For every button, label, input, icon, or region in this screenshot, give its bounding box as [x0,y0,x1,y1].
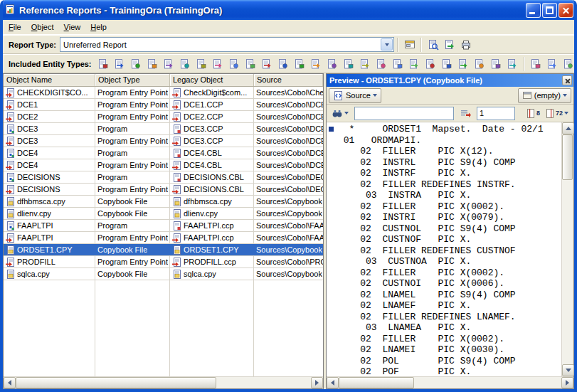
source-view-button[interactable]: Source [329,88,381,103]
entity-type-11-button[interactable] [259,56,275,72]
cell: Program Entry Point [95,111,170,122]
table-row[interactable]: FAAPLTPIProgram Entry Point FAAPLTPI.ccp… [4,232,323,244]
column-8-button[interactable]: 8 [524,106,543,121]
cell: DCE3 [4,123,95,134]
minimize-button[interactable] [526,3,541,18]
table-row[interactable]: DECISIONSProgram DECISIONS.CBLSources\Co… [4,171,323,184]
entity-type-18-button[interactable] [374,56,390,72]
entity-type-01-button[interactable] [95,56,112,72]
entity-type-19-button[interactable] [390,56,406,72]
column-header-object-name[interactable]: Object Name [4,74,95,86]
table-row[interactable]: PRODFILLProgram Entry Point PRODFILL.ccp… [4,256,323,268]
column-header-source[interactable]: Source [254,74,323,86]
entity-type-25-button[interactable] [488,56,504,72]
entity-type-29-button[interactable] [561,56,577,72]
entity-type-12-button[interactable] [275,56,292,72]
entity-type-22-button[interactable] [439,56,455,72]
column-header-legacy-object[interactable]: Legacy Object [170,74,254,86]
maximize-button[interactable] [542,3,557,18]
object-list-pane: Object NameObject TypeLegacy ObjectSourc… [3,73,324,389]
column-header-object-type[interactable]: Object Type [95,74,170,86]
scroll-left-button[interactable] [4,377,16,388]
entity-type-20-button[interactable] [406,56,423,72]
table-row[interactable]: sqlca.cpyCopybook File sqlca.cpySources\… [4,268,323,280]
menu-object[interactable]: Object [26,21,59,33]
line-number-input[interactable] [477,107,515,120]
entity-type-13-button[interactable] [292,56,308,72]
source-code-viewer[interactable]: * ORDSET1 Mapset. Date - 02/1 01 ORDMAP1… [327,122,573,376]
cell: Sources\Cobol\DCE [254,147,323,159]
report-type-combo-arrow[interactable] [381,38,393,51]
entity-type-24-button[interactable] [472,56,488,72]
chevron-down-icon [563,94,567,97]
scroll-track[interactable] [562,134,573,364]
entity-type-21-button[interactable] [423,56,439,72]
scroll-track[interactable] [339,377,561,388]
entity-type-03-button[interactable] [128,56,144,72]
entity-type-14-button[interactable] [308,56,324,72]
find-button[interactable] [329,106,351,121]
table-row[interactable]: DCE2Program Entry Point DCE2.CCPSources\… [4,111,323,123]
save-report-button[interactable] [441,37,457,53]
print-report-button[interactable] [457,37,474,53]
scroll-down-button[interactable] [562,364,574,376]
entity-type-07-button[interactable] [194,56,210,72]
entity-type-26-button[interactable] [504,56,521,72]
entity-type-23-button[interactable] [455,56,472,72]
scroll-right-button[interactable] [561,377,573,388]
table-row[interactable]: DCE4Program Entry Point DCE4.CBLSources\… [4,159,323,171]
report-type-combo[interactable]: Unreferred Report [60,37,394,52]
preview-close-icon[interactable] [562,75,572,85]
table-row[interactable]: DCE1Program Entry Point DCE1.CCPSources\… [4,99,323,111]
entity-type-04-button[interactable] [144,56,161,72]
cell: sqlca.cpy [4,268,95,280]
cell: Sources\Cobol\PRC [254,256,323,267]
entity-type-10-button[interactable] [243,56,259,72]
scroll-left-button[interactable] [327,377,339,388]
entity-type-15-button[interactable] [324,56,341,72]
cell: DECISIONS [4,184,95,195]
code-text[interactable]: * ORDSET1 Mapset. Date - 02/1 01 ORDMAP1… [337,122,561,376]
context-combo[interactable]: (empty) [518,88,571,103]
chevron-down-icon [564,112,568,115]
search-input[interactable] [354,107,454,120]
code-gutter [327,122,337,376]
scroll-right-button[interactable] [311,377,323,388]
scroll-thumb[interactable] [562,134,573,180]
table-row[interactable]: FAAPLTPIProgram FAAPLTPI.ccpSources\Cobo… [4,220,323,232]
entity-type-06-button[interactable] [177,56,194,72]
entity-type-08-button[interactable] [210,56,226,72]
entity-type-05-button[interactable] [161,56,177,72]
preview-vertical-scrollbar[interactable] [561,122,573,376]
context-icon [522,90,532,100]
view-report-button[interactable] [425,37,441,53]
table-row[interactable]: DCE3Program Entry Point DCE3.CCPSources\… [4,135,323,147]
table-row[interactable]: dfhbmsca.cpyCopybook File dfhbmsca.cpySo… [4,196,323,208]
entity-type-09-button[interactable] [226,56,243,72]
entity-type-28-button[interactable] [544,56,561,72]
report-window-button[interactable] [401,37,418,53]
menu-view[interactable]: View [59,21,86,33]
preview-horizontal-scrollbar[interactable] [327,376,573,388]
cell: Program [95,220,170,231]
table-row[interactable]: dlienv.cpyCopybook File dlienv.cpySource… [4,208,323,220]
scroll-thumb[interactable] [339,377,414,388]
table-row[interactable]: DECISIONSProgram Entry Point DECISIONS.C… [4,184,323,196]
close-button[interactable] [559,3,573,18]
entity-type-16-button[interactable] [341,56,357,72]
entity-type-17-button[interactable] [357,56,374,72]
entity-type-27-button[interactable] [528,56,544,72]
scroll-thumb[interactable] [16,377,216,388]
column-72-button[interactable]: 72 [543,106,571,121]
table-row[interactable]: ORDSET1.CPYCopybook File ORDSET1.CPYSour… [4,244,323,256]
table-row[interactable]: DCE4Program DCE4.CBLSources\Cobol\DCE [4,147,323,159]
table-row[interactable]: CHECKDIGIT$CO...Program Entry Point Chec… [4,87,323,99]
goto-line-button[interactable] [457,106,474,121]
table-row[interactable]: DCE3Program DCE3.CCPSources\Cobol\DCE [4,123,323,135]
menu-file[interactable]: File [4,21,26,33]
scroll-track[interactable] [16,377,311,388]
menu-help[interactable]: Help [85,21,112,33]
entity-type-02-button[interactable] [112,56,128,72]
grid-horizontal-scrollbar[interactable] [4,376,323,388]
scroll-up-button[interactable] [562,122,574,134]
